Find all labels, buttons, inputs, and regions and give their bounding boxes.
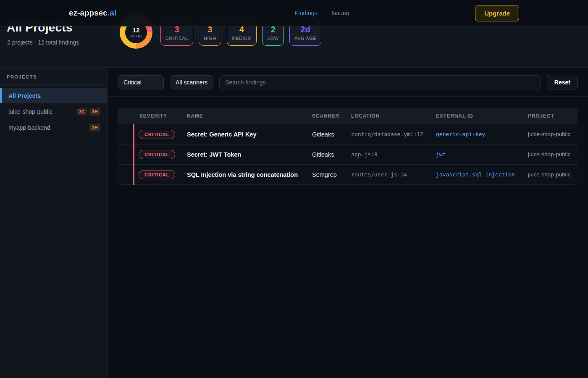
sidebar-item-label: juice-shop-public (8, 108, 52, 115)
total-findings-label: TOTAL (129, 34, 143, 38)
finding-name: SQL Injection via string concatenation (180, 171, 305, 178)
critical-severity-stripe (133, 124, 134, 185)
location-cell: app.js:8 (344, 151, 429, 158)
table-row[interactable]: CRITICAL SQL Injection via string concat… (118, 165, 578, 185)
column-header-project: PROJECT (521, 113, 578, 119)
high-count-badge: 3H (89, 108, 100, 116)
external-id-link[interactable]: jwt (429, 151, 521, 158)
app-logo[interactable]: ez-appsec.ai (69, 8, 116, 18)
sidebar-item-label: myapp-backend (8, 124, 50, 131)
page-subtitle: 2 projects · 12 total findings (7, 39, 79, 46)
finding-name: Secret: JWT Token (180, 151, 305, 158)
reset-filters-button[interactable]: Reset (547, 75, 578, 89)
stat-label: HIGH (204, 36, 216, 41)
stat-label: AVG AGE (294, 36, 316, 41)
nav-link-issues[interactable]: Issues (331, 10, 349, 16)
external-id-link[interactable]: generic-api-key (429, 131, 521, 137)
finding-name: Secret: Generic API Key (180, 131, 305, 138)
sidebar-item-badges: 2H (89, 124, 100, 131)
location-cell: config/database.yml:12 (344, 131, 429, 137)
filter-bar: Critical All scanners Reset (108, 68, 588, 97)
severity-filter-select[interactable]: Critical (118, 75, 164, 89)
upgrade-button[interactable]: Upgrade (475, 5, 519, 21)
scanner-cell: Gitleaks (305, 131, 344, 138)
severity-cell: CRITICAL (134, 130, 180, 139)
severity-cell: CRITICAL (134, 170, 180, 179)
severity-cell: CRITICAL (134, 150, 180, 159)
severity-badge: CRITICAL (139, 130, 175, 139)
column-header-severity: SEVERITY (134, 113, 180, 119)
scanner-cell: Gitleaks (305, 151, 344, 158)
column-header-location: LOCATION (344, 113, 429, 119)
scanner-cell: Semgrep (305, 171, 344, 178)
search-input[interactable] (219, 75, 541, 89)
critical-count-badge: 3C (76, 108, 87, 116)
stat-label: CRITICAL (165, 36, 188, 41)
location-cell: routes/user.js:34 (344, 171, 429, 178)
column-header-name: NAME (180, 113, 305, 119)
sidebar-item-juice-shop-public[interactable]: juice-shop-public 3C 3H (0, 104, 107, 119)
high-count-badge: 2H (89, 124, 100, 131)
findings-content: Critical All scanners Reset SEVERITY NAM… (108, 68, 588, 378)
findings-table: SEVERITY NAME SCANNER LOCATION EXTERNAL … (118, 108, 578, 185)
external-id-link[interactable]: javascript.sql-injection (429, 171, 521, 178)
project-cell: juice-shop-public (521, 151, 578, 158)
sidebar-item-badges: 3C 3H (76, 108, 100, 116)
severity-badge: CRITICAL (139, 170, 175, 179)
top-nav-links: Findings Issues (294, 0, 349, 26)
table-row[interactable]: CRITICAL Secret: Generic API Key Gitleak… (118, 124, 578, 144)
sidebar-project-list: All Projects juice-shop-public 3C 3H mya… (0, 85, 107, 135)
findings-table-header: SEVERITY NAME SCANNER LOCATION EXTERNAL … (118, 108, 578, 124)
projects-sidebar: PROJECTS All Projects juice-shop-public … (0, 68, 108, 378)
sidebar-item-label: All Projects (8, 92, 41, 99)
app-logo-name: ez-appsec (69, 8, 108, 17)
column-header-external-id: EXTERNAL ID (429, 113, 521, 119)
stat-label: MEDIUM (232, 36, 252, 41)
table-row[interactable]: CRITICAL Secret: JWT Token Gitleaks app.… (118, 144, 578, 165)
column-header-scanner: SCANNER (305, 113, 344, 119)
severity-badge: CRITICAL (139, 150, 175, 159)
findings-table-body: CRITICAL Secret: Generic API Key Gitleak… (118, 124, 578, 185)
scanner-filter-select[interactable]: All scanners (170, 75, 213, 89)
stat-label: LOW (267, 36, 279, 41)
app-logo-suffix: .ai (108, 8, 116, 17)
top-navigation-bar: ez-appsec.ai Findings Issues Upgrade (0, 0, 588, 26)
project-cell: juice-shop-public (521, 131, 578, 137)
sidebar-section-label: PROJECTS (0, 68, 107, 85)
nav-link-findings[interactable]: Findings (294, 10, 318, 16)
project-cell: juice-shop-public (521, 171, 578, 178)
sidebar-item-all-projects[interactable]: All Projects (0, 88, 107, 103)
sidebar-item-myapp-backend[interactable]: myapp-backend 2H (0, 120, 107, 135)
total-findings-count: 12 (133, 26, 140, 34)
